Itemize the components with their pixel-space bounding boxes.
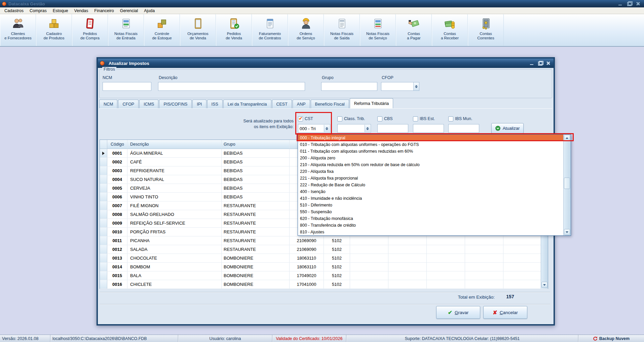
dropdown-item-210[interactable]: 210 - Alíquota reduzida em 50% com redut…: [298, 161, 571, 168]
table-row-0014[interactable]: 0014BOMBOMBOMBONIERE180631105102: [100, 263, 548, 271]
checkbox-class-trib[interactable]: [337, 116, 342, 121]
toolbar-button-contas-correntes[interactable]: ContasCorrentes: [468, 14, 504, 46]
filter-input-ncm[interactable]: [103, 82, 151, 91]
toolbar-button-label: Notas Fiscaisde Entrada: [114, 32, 138, 40]
filter-input-cfop[interactable]: [381, 82, 419, 91]
dropdown-item-011[interactable]: 011 - Tributação com alíquotas uniformes…: [298, 148, 571, 155]
input-ibs-mun[interactable]: [448, 124, 479, 133]
toolbar-button-notas-fiscais-de-servico[interactable]: Notas Fiscaisde Serviço: [360, 14, 396, 46]
table-row-0015[interactable]: 0015BALABOMBONIERE170490205102: [100, 271, 548, 280]
tab-icms[interactable]: ICMS: [139, 100, 158, 108]
toolbar-button-cadastro-de-produtos[interactable]: Cadastrode Produtos: [36, 14, 72, 46]
dropdown-item-200[interactable]: 200 - Alíquota zero: [298, 155, 571, 161]
dropdown-item-222[interactable]: 222 - Redução de Base de Cálculo: [298, 182, 571, 188]
menubar: CadastrosComprasEstoqueVendasFinanceiroG…: [0, 7, 644, 14]
update-button[interactable]: Atualizar: [491, 123, 524, 134]
x-icon: ✘: [493, 309, 497, 316]
update-group-class-trib: Class. Trib.: [337, 116, 371, 133]
cancel-button[interactable]: ✘ Cancelar: [483, 306, 527, 319]
toolbar-button-contas-a-pagar[interactable]: Contasa Pagar: [396, 14, 432, 46]
tab-ipi[interactable]: IPI: [192, 100, 206, 108]
cell-empty: [388, 236, 427, 245]
checkbox-ibs-est[interactable]: [413, 116, 418, 121]
dropdown-item-620[interactable]: 620 - Tributação monofásica: [298, 215, 571, 222]
dropdown-item-220[interactable]: 220 - Alíquota fixa: [298, 168, 571, 175]
menu-item-financeiro[interactable]: Financeiro: [91, 7, 117, 14]
tab-iss[interactable]: ISS: [207, 100, 223, 108]
dropdown-item-800[interactable]: 800 - Transferência de crédito: [298, 222, 571, 229]
menu-item-estoque[interactable]: Estoque: [50, 7, 71, 14]
table-row-0016[interactable]: 0016CHICLETEBOMBONIERE170410005102: [100, 280, 548, 289]
table-row-0012[interactable]: 0012SALADARESTAURANTE210690905102: [100, 245, 548, 254]
cell-empty: [388, 280, 427, 289]
menu-item-gerencial[interactable]: Gerencial: [117, 7, 141, 14]
table-row-0013[interactable]: 0013CHOCOLATEBOMBONIERE180631105102: [100, 254, 548, 263]
dropdown-item-810[interactable]: 810 - Ajustes: [298, 229, 571, 235]
tab-cest[interactable]: CEST: [272, 100, 292, 108]
dropdown-scroll-down-icon[interactable]: [564, 229, 570, 235]
dropdown-item-410[interactable]: 410 - Imunidade e não incidência: [298, 195, 571, 202]
dropdown-item-000[interactable]: 000 - Tributação integral: [298, 135, 571, 141]
toolbar-button-pedidos-de-compra[interactable]: Pedidosde Compra: [72, 14, 108, 46]
toolbar-button-label: Cadastrode Produtos: [43, 32, 64, 40]
dialog-maximize-icon[interactable]: [537, 61, 543, 66]
menu-item-ajuda[interactable]: Ajuda: [141, 7, 158, 14]
table-row-0011[interactable]: 0011PICANHARESTAURANTE210690905102: [100, 236, 548, 245]
toolbar-button-faturamento-de-contratos[interactable]: Faturamentode Contratos: [252, 14, 288, 46]
combo-cst[interactable]: 000 - Tri: [298, 124, 330, 133]
dropdown-item-550[interactable]: 550 - Suspensão: [298, 208, 571, 215]
dropdown-item-510[interactable]: 510 - Diferimento: [298, 202, 571, 208]
filter-input-descricao[interactable]: [158, 82, 305, 91]
checkbox-cbs[interactable]: [377, 116, 382, 121]
dropdown-item-010[interactable]: 010 - Tributação com alíquotas uniformes…: [298, 141, 571, 148]
combo-class-trib[interactable]: [337, 124, 371, 133]
dropdown-item-221[interactable]: 221 - Alíquota fixa proporcional: [298, 175, 571, 182]
toolbar-button-pedidos-de-venda[interactable]: Pedidosde Venda: [216, 14, 252, 46]
sales-orders-icon: [227, 17, 241, 30]
dialog-minimize-icon[interactable]: [529, 61, 535, 66]
cell-grupo: RESTAURANTE: [222, 201, 290, 210]
checkbox-ibs-mun[interactable]: [448, 116, 453, 121]
cell-cfop: 5102: [324, 271, 350, 280]
dialog-close-icon[interactable]: [545, 61, 551, 66]
grid-scroll-down-icon[interactable]: [541, 282, 547, 288]
menu-item-cadastros[interactable]: Cadastros: [1, 7, 27, 14]
combo-class-trib-spinner[interactable]: [365, 125, 370, 132]
tab-beneficio-fiscal[interactable]: Benefício Fiscal: [311, 100, 349, 108]
toolbar-button-ordens-de-servico[interactable]: Ordensde Serviço: [288, 14, 324, 46]
dropdown-item-400[interactable]: 400 - Isenção: [298, 188, 571, 195]
cell-empty: [503, 245, 542, 254]
tab-lei-da-transparencia[interactable]: Lei da Transparência: [223, 100, 271, 108]
toolbar-button-controle-de-estoque[interactable]: Controlede Estoque: [144, 14, 180, 46]
toolbar-button-orcamentos-de-venda[interactable]: Orçamentosde Venda: [180, 14, 216, 46]
toolbar-button-contas-a-receber[interactable]: Contasa Receber: [432, 14, 468, 46]
receivables-icon: [443, 17, 457, 30]
dropdown-scroll-thumb[interactable]: [564, 178, 570, 189]
dropdown-scrollbar[interactable]: [563, 135, 571, 235]
backup-nuvem-button[interactable]: Backup Nuvem: [578, 335, 644, 342]
cell-empty: [427, 245, 465, 254]
input-ibs-est[interactable]: [413, 124, 444, 133]
menu-item-compras[interactable]: Compras: [27, 7, 50, 14]
close-icon[interactable]: [635, 1, 641, 6]
toolbar-button-clientes-e-fornecedores[interactable]: Clientese Fornecedores: [0, 14, 36, 46]
toolbar-button-notas-fiscais-de-entrada[interactable]: Notas Fiscaisde Entrada: [108, 14, 144, 46]
input-cbs[interactable]: [377, 124, 408, 133]
combo-cst-spinner[interactable]: [324, 125, 330, 132]
toolbar-button-label: Orçamentosde Venda: [187, 32, 209, 40]
dropdown-scroll-up-icon[interactable]: [564, 135, 570, 141]
tab-ncm[interactable]: NCM: [99, 100, 117, 108]
refresh-icon: [495, 126, 500, 131]
tab-reforma-tributaria[interactable]: Reforma Tributária: [350, 98, 393, 108]
tab-cfop[interactable]: CFOP: [118, 100, 139, 108]
minimize-icon[interactable]: [618, 1, 623, 6]
cell-ncm: 21069090: [290, 245, 324, 254]
tab-pis-cofins[interactable]: PIS/COFINS: [159, 100, 192, 108]
menu-item-vendas[interactable]: Vendas: [71, 7, 91, 14]
save-button[interactable]: ✔ Gravar: [436, 306, 480, 319]
filter-input-grupo[interactable]: [321, 82, 377, 91]
restore-icon[interactable]: [627, 1, 632, 6]
tab-anp[interactable]: ANP: [293, 100, 310, 108]
checkbox-cst[interactable]: [298, 116, 303, 121]
toolbar-button-notas-fiscais-de-saida[interactable]: Notas Fiscaisde Saída: [324, 14, 360, 46]
